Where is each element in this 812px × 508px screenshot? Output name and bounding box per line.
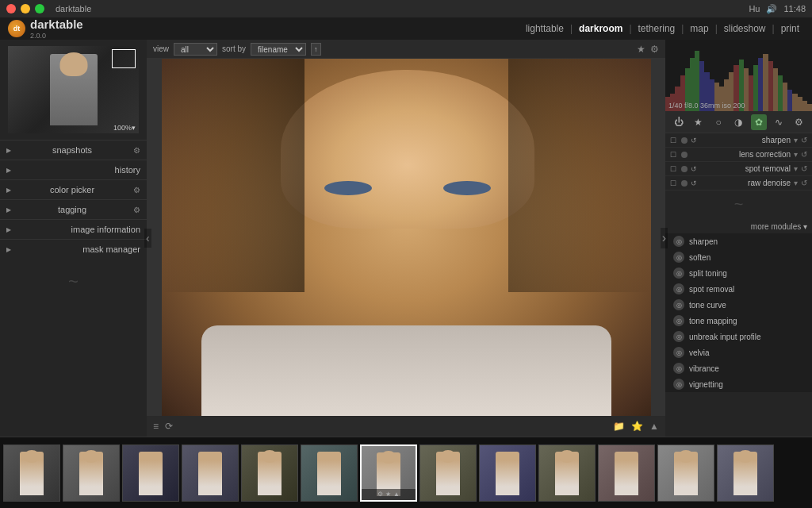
raw-label[interactable]: raw denoise xyxy=(702,179,791,187)
spot-check2[interactable]: ↺ xyxy=(691,165,699,173)
sort-select[interactable]: filename xyxy=(251,43,306,56)
bottom-bar-star-icon[interactable]: ⭐ xyxy=(631,421,643,432)
snapshots-icon: ⚙ xyxy=(133,146,140,155)
filmstrip-thumb-8[interactable] xyxy=(419,444,477,502)
spot-reset[interactable]: ↺ xyxy=(801,164,807,173)
photo-canvas[interactable] xyxy=(147,59,665,416)
color-picker-triangle: ▶ xyxy=(6,187,11,194)
more-icon-tone-mapping: ◎ xyxy=(673,315,684,326)
nav-print[interactable]: print xyxy=(776,21,804,36)
raw-presets[interactable]: ▾ xyxy=(794,179,798,187)
more-module-sharpen[interactable]: ◎ sharpen xyxy=(665,233,812,249)
bottom-bar-up-icon[interactable]: ▲ xyxy=(649,421,659,432)
more-module-tone-mapping[interactable]: ◎ tone mapping xyxy=(665,313,812,329)
sort-dir-button[interactable]: ↑ xyxy=(311,43,321,56)
close-button[interactable] xyxy=(6,4,16,13)
snapshots-header[interactable]: ▶ snapshots ⚙ xyxy=(6,142,140,158)
mask-manager-label: mask manager xyxy=(82,244,140,254)
left-panel-collapse[interactable]: ‹ xyxy=(144,229,151,248)
sharpen-check[interactable]: ☐ xyxy=(670,137,678,144)
module-color-icon[interactable]: ◑ xyxy=(730,114,746,130)
view-gear-button[interactable]: ⚙ xyxy=(650,44,659,55)
filmstrip-thumb-11[interactable] xyxy=(598,444,655,502)
spot-check[interactable]: ☐ xyxy=(670,165,678,173)
bottom-bar-export-icon[interactable]: 📁 xyxy=(613,421,625,432)
more-module-soften-label: soften xyxy=(689,253,710,262)
filmstrip-thumb-2[interactable] xyxy=(63,444,120,502)
app-header: dt darktable 2.0.0 lighttable | darkroom… xyxy=(0,17,812,40)
decorative-swirl-right: ~ xyxy=(665,195,812,214)
filmstrip-thumb-13[interactable] xyxy=(717,444,774,502)
module-gear-icon[interactable]: ⚙ xyxy=(791,114,806,130)
filmstrip-thumb-7[interactable]: ⚙ ★ ▲ xyxy=(360,444,417,502)
lens-presets[interactable]: ▾ xyxy=(794,150,798,159)
color-picker-header[interactable]: ▶ color picker ⚙ xyxy=(6,182,140,198)
nav-lighttable[interactable]: lighttable xyxy=(521,21,569,36)
more-module-vignetting[interactable]: ◎ vignetting xyxy=(665,376,812,392)
more-modules-header[interactable]: more modules ▾ xyxy=(665,220,812,233)
more-icon-split-toning: ◎ xyxy=(673,267,684,279)
filmstrip-thumb-3[interactable] xyxy=(122,444,179,502)
history-header[interactable]: ▶ history xyxy=(6,162,140,178)
image-info-section: ▶ image information xyxy=(0,219,147,239)
filmstrip-thumb-10[interactable] xyxy=(538,444,596,502)
more-icon-tone-curve: ◎ xyxy=(673,299,684,310)
nav-map[interactable]: map xyxy=(685,21,713,36)
minimize-button[interactable] xyxy=(21,4,30,13)
filmstrip-thumb-1[interactable] xyxy=(3,444,60,502)
right-panel-collapse[interactable]: › xyxy=(661,228,668,248)
raw-check2[interactable]: ↺ xyxy=(691,179,699,187)
module-leaf-icon[interactable]: ✿ xyxy=(751,114,767,130)
sharpen-label[interactable]: sharpen xyxy=(702,136,791,144)
thumbnail-zoom[interactable]: 100%▾ xyxy=(113,124,136,132)
more-icon-vignetting: ◎ xyxy=(673,379,684,390)
image-info-header[interactable]: ▶ image information xyxy=(6,221,140,237)
more-module-spot-removal[interactable]: ◎ spot removal xyxy=(665,281,812,297)
nav-slideshow[interactable]: slideshow xyxy=(719,21,771,36)
module-power-icon[interactable]: ⏻ xyxy=(671,114,687,130)
module-star-icon[interactable]: ★ xyxy=(691,114,707,130)
view-star-button[interactable]: ★ xyxy=(637,44,645,55)
filmstrip-thumb-5[interactable] xyxy=(241,444,298,502)
filmstrip-thumb-9[interactable] xyxy=(479,444,536,502)
bottom-bar-menu-icon[interactable]: ≡ xyxy=(153,421,159,432)
more-module-tone-curve[interactable]: ◎ tone curve xyxy=(665,297,812,313)
nav-darkroom[interactable]: darkroom xyxy=(574,21,627,36)
more-module-soften[interactable]: ◎ soften xyxy=(665,249,812,265)
spot-presets[interactable]: ▾ xyxy=(794,164,798,173)
photo-bottom-bar: ≡ ⟳ 📁 ⭐ ▲ xyxy=(147,416,665,437)
mask-manager-section: ▶ mask manager xyxy=(0,239,147,259)
mask-manager-triangle: ▶ xyxy=(6,246,11,253)
window-controls[interactable]: darktable xyxy=(6,4,91,13)
raw-reset[interactable]: ↺ xyxy=(801,179,807,187)
module-wave-icon[interactable]: ∿ xyxy=(771,114,787,130)
lens-reset[interactable]: ↺ xyxy=(801,150,807,159)
bottom-bar-refresh-icon[interactable]: ⟳ xyxy=(165,421,173,432)
view-select[interactable]: all xyxy=(174,43,217,56)
more-modules-label: more modules ▾ xyxy=(751,222,807,231)
sharpen-presets[interactable]: ▾ xyxy=(794,136,798,144)
filmstrip-thumb-4[interactable] xyxy=(182,444,239,502)
filmstrip-thumb-6[interactable] xyxy=(301,444,358,502)
sharpen-check2[interactable]: ↺ xyxy=(691,137,699,144)
lens-label[interactable]: lens correction xyxy=(691,150,791,159)
more-module-unbreak[interactable]: ◎ unbreak input profile xyxy=(665,329,812,344)
raw-check[interactable]: ☐ xyxy=(670,179,678,187)
lens-check[interactable]: ☐ xyxy=(670,151,678,159)
mask-manager-header[interactable]: ▶ mask manager xyxy=(6,241,140,257)
more-module-vibrance[interactable]: ◎ vibrance xyxy=(665,360,812,376)
more-module-split-toning[interactable]: ◎ split toning xyxy=(665,265,812,281)
maximize-button[interactable] xyxy=(35,4,44,13)
logo-area: dt darktable 2.0.0 xyxy=(8,18,83,40)
module-circle-icon[interactable]: ○ xyxy=(710,114,726,130)
main-content: 100%▾ ▶ snapshots ⚙ ▶ history ▶ color pi… xyxy=(0,40,812,437)
sharpen-reset[interactable]: ↺ xyxy=(801,136,807,144)
more-icon-unbreak: ◎ xyxy=(673,331,684,342)
thumbnail-overlay xyxy=(112,49,136,68)
volume-icon: 🔊 xyxy=(766,4,777,14)
nav-tethering[interactable]: tethering xyxy=(634,21,680,36)
tagging-header[interactable]: ▶ tagging ⚙ xyxy=(6,202,140,217)
filmstrip-thumb-12[interactable] xyxy=(657,444,714,502)
spot-label[interactable]: spot removal xyxy=(702,164,791,173)
more-module-velvia[interactable]: ◎ velvia xyxy=(665,344,812,360)
